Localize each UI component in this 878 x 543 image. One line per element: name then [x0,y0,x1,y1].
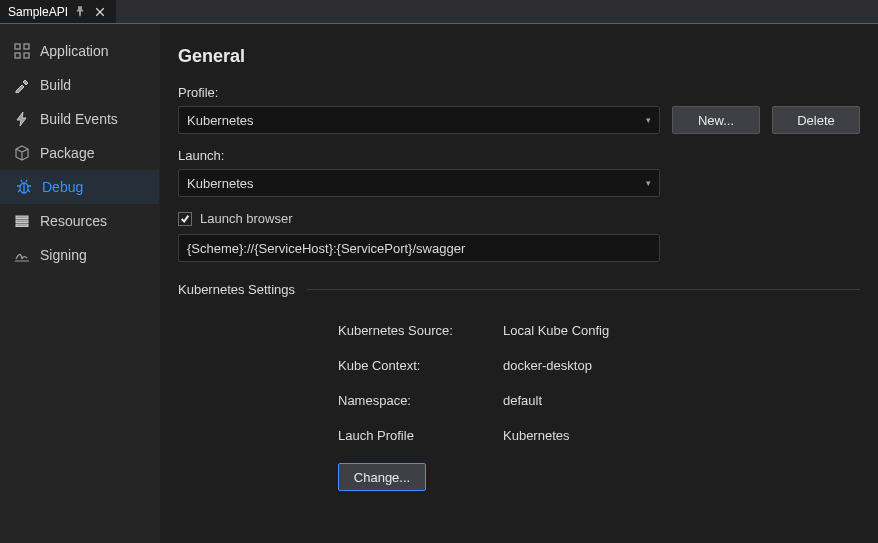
kv-value: Local Kube Config [503,323,609,338]
kv-row: Namespace: default [338,383,860,418]
chevron-down-icon: ▾ [646,115,651,125]
svg-rect-5 [16,216,28,219]
kv-row: Lauch Profile Kubernetes [338,418,860,453]
kv-row: Kubernetes Source: Local Kube Config [338,313,860,348]
launch-browser-checkbox[interactable] [178,212,192,226]
sidebar-item-label: Package [40,145,94,161]
package-icon [14,145,30,161]
sidebar-item-resources[interactable]: Resources [0,204,159,238]
signing-icon [14,247,30,263]
page-title: General [178,46,860,67]
launch-url-field[interactable] [187,241,651,256]
svg-rect-0 [15,44,20,49]
bug-icon [16,179,32,195]
kubernetes-settings-title: Kubernetes Settings [178,282,295,297]
sidebar-item-label: Debug [42,179,83,195]
resources-icon [14,213,30,229]
sidebar-item-label: Application [40,43,109,59]
profile-select[interactable]: Kubernetes ▾ [178,106,660,134]
svg-rect-7 [16,224,28,227]
delete-profile-button[interactable]: Delete [772,106,860,134]
launch-label: Launch: [178,148,860,163]
application-icon [14,43,30,59]
svg-rect-6 [16,220,28,223]
change-button[interactable]: Change... [338,463,426,491]
kv-key: Kube Context: [338,358,503,373]
launch-select-value: Kubernetes [187,176,254,191]
sidebar-item-label: Build Events [40,111,118,127]
launch-select[interactable]: Kubernetes ▾ [178,169,660,197]
hammer-icon [14,77,30,93]
kv-value: default [503,393,542,408]
tab-strip: SampleAPI [0,0,878,24]
section-divider [307,289,860,290]
svg-rect-3 [24,53,29,58]
kv-key: Lauch Profile [338,428,503,443]
pin-icon[interactable] [74,5,86,19]
lightning-icon [14,111,30,127]
launch-url-input[interactable] [178,234,660,262]
sidebar: Application Build Build Events Package D… [0,24,160,543]
kv-row: Kube Context: docker-desktop [338,348,860,383]
kubernetes-settings-table: Kubernetes Source: Local Kube Config Kub… [338,313,860,453]
sidebar-item-build[interactable]: Build [0,68,159,102]
sidebar-item-signing[interactable]: Signing [0,238,159,272]
profile-select-value: Kubernetes [187,113,254,128]
launch-browser-label: Launch browser [200,211,293,226]
svg-rect-2 [15,53,20,58]
kv-key: Kubernetes Source: [338,323,503,338]
kv-key: Namespace: [338,393,503,408]
tab-title: SampleAPI [8,5,68,19]
sidebar-item-label: Resources [40,213,107,229]
profile-label: Profile: [178,85,860,100]
kv-value: docker-desktop [503,358,592,373]
new-profile-button[interactable]: New... [672,106,760,134]
sidebar-item-label: Signing [40,247,87,263]
chevron-down-icon: ▾ [646,178,651,188]
sidebar-item-package[interactable]: Package [0,136,159,170]
sidebar-item-label: Build [40,77,71,93]
tab-sampleapi[interactable]: SampleAPI [0,0,117,23]
kv-value: Kubernetes [503,428,570,443]
main-panel: General Profile: Kubernetes ▾ New... Del… [160,24,878,543]
sidebar-item-build-events[interactable]: Build Events [0,102,159,136]
svg-rect-1 [24,44,29,49]
sidebar-item-application[interactable]: Application [0,34,159,68]
close-icon[interactable] [92,4,108,20]
sidebar-item-debug[interactable]: Debug [0,170,159,204]
